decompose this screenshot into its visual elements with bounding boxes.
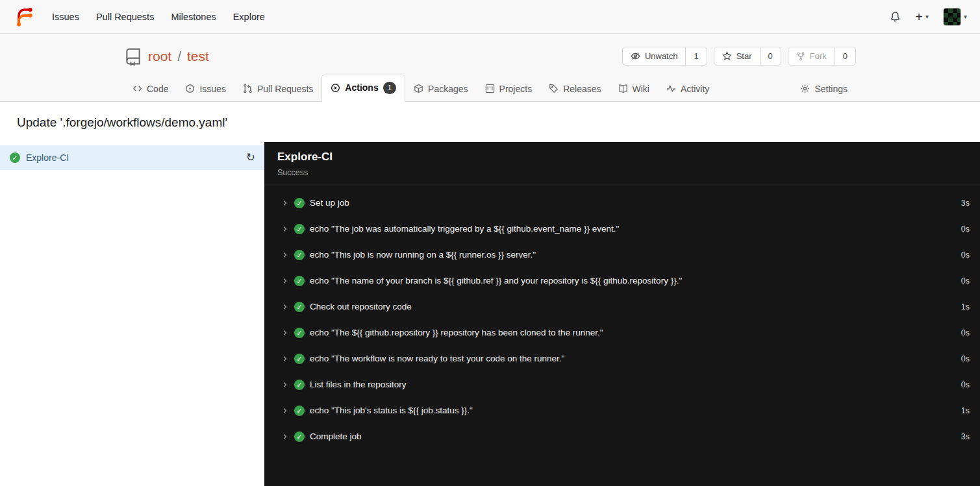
user-menu-button[interactable]: ▾ bbox=[943, 8, 967, 26]
repo-owner-link[interactable]: root bbox=[148, 49, 171, 64]
success-check-icon: ✓ bbox=[294, 431, 305, 442]
job-log-panel: Explore-CI Success ✓ Set up job 3s ✓ ech… bbox=[264, 142, 980, 486]
play-circle-icon bbox=[331, 83, 340, 93]
repo-name-link[interactable]: test bbox=[187, 49, 209, 64]
create-menu-button[interactable]: + ▾ bbox=[915, 10, 929, 23]
steps-list: ✓ Set up job 3s ✓ echo "The job was auto… bbox=[264, 186, 980, 450]
chevron-right-icon bbox=[281, 407, 289, 415]
pull-request-icon bbox=[243, 84, 253, 93]
step-row[interactable]: ✓ Complete job 3s bbox=[264, 424, 980, 450]
actions-count-badge: 1 bbox=[383, 82, 396, 94]
code-icon bbox=[132, 84, 142, 93]
tab-activity[interactable]: Activity bbox=[658, 77, 718, 101]
success-check-icon: ✓ bbox=[294, 302, 305, 312]
repo-book-icon bbox=[124, 47, 142, 66]
tab-code[interactable]: Code bbox=[124, 77, 177, 101]
tab-wiki[interactable]: Wiki bbox=[610, 77, 658, 101]
tab-packages[interactable]: Packages bbox=[405, 77, 476, 101]
rerun-refresh-icon[interactable]: ↻ bbox=[246, 152, 255, 163]
top-navbar: Issues Pull Requests Milestones Explore … bbox=[0, 0, 980, 34]
step-row[interactable]: ✓ Check out repository code 1s bbox=[264, 294, 980, 320]
caret-down-icon: ▾ bbox=[964, 13, 967, 20]
tab-issues[interactable]: Issues bbox=[177, 77, 234, 101]
caret-down-icon: ▾ bbox=[925, 13, 929, 20]
step-duration: 1s bbox=[953, 406, 970, 415]
watch-count[interactable]: 1 bbox=[685, 47, 706, 65]
tab-label: Pull Requests bbox=[257, 84, 313, 94]
job-name: Explore-CI bbox=[277, 151, 967, 164]
step-duration: 0s bbox=[953, 225, 970, 234]
repo-action-buttons: Unwatch 1 Star 0 bbox=[622, 47, 856, 66]
step-row[interactable]: ✓ echo "The workflow is now ready to tes… bbox=[264, 346, 980, 372]
step-row[interactable]: ✓ echo "The ${{ github.repository }} rep… bbox=[264, 320, 980, 346]
chevron-right-icon bbox=[281, 199, 289, 207]
tab-label: Releases bbox=[563, 84, 601, 94]
step-row[interactable]: ✓ echo "This job's status is ${{ job.sta… bbox=[264, 398, 980, 424]
fork-button-group: Fork 0 bbox=[788, 47, 856, 66]
chevron-right-icon bbox=[281, 225, 289, 233]
fork-icon bbox=[796, 52, 805, 61]
step-duration: 0s bbox=[953, 380, 970, 389]
job-label: Explore-CI bbox=[26, 152, 69, 163]
fork-count[interactable]: 0 bbox=[835, 47, 855, 65]
run-content: ✓ Explore-CI ↻ Explore-CI Success ✓ Set … bbox=[0, 142, 980, 486]
project-board-icon bbox=[485, 84, 495, 93]
tag-icon bbox=[549, 84, 559, 93]
tab-settings[interactable]: Settings bbox=[792, 77, 856, 101]
star-icon bbox=[722, 51, 732, 61]
success-check-icon: ✓ bbox=[294, 224, 305, 234]
issue-opened-icon bbox=[185, 84, 195, 93]
chevron-right-icon bbox=[281, 303, 289, 311]
tab-label: Packages bbox=[428, 84, 468, 94]
chevron-right-icon bbox=[281, 329, 289, 337]
job-item-explore-ci[interactable]: ✓ Explore-CI ↻ bbox=[0, 145, 264, 170]
package-icon bbox=[414, 84, 423, 93]
nav-pull-requests[interactable]: Pull Requests bbox=[88, 6, 162, 27]
chevron-right-icon bbox=[281, 381, 289, 389]
step-row[interactable]: ✓ echo "The job was automatically trigge… bbox=[264, 216, 980, 242]
tab-actions[interactable]: Actions 1 bbox=[321, 75, 405, 102]
star-count[interactable]: 0 bbox=[760, 47, 781, 65]
step-row[interactable]: ✓ echo "This job is now running on a ${{… bbox=[264, 242, 980, 268]
notifications-button[interactable] bbox=[890, 11, 901, 22]
repo-header: root / test Unwatch 1 bbox=[0, 34, 980, 102]
repo-title-row: root / test Unwatch 1 bbox=[124, 44, 856, 75]
forgejo-icon bbox=[13, 6, 34, 27]
step-duration: 0s bbox=[953, 354, 970, 363]
nav-explore[interactable]: Explore bbox=[225, 6, 273, 27]
watch-button-group: Unwatch 1 bbox=[622, 47, 707, 66]
job-status: Success bbox=[277, 168, 967, 177]
step-duration: 0s bbox=[953, 250, 970, 260]
star-button[interactable]: Star bbox=[714, 47, 760, 65]
nav-milestones[interactable]: Milestones bbox=[162, 6, 224, 27]
unwatch-button[interactable]: Unwatch bbox=[623, 47, 686, 65]
bell-icon bbox=[890, 11, 901, 22]
step-row[interactable]: ✓ List files in the repository 0s bbox=[264, 372, 980, 398]
fork-button[interactable]: Fork bbox=[788, 47, 835, 65]
success-check-icon: ✓ bbox=[294, 328, 305, 338]
success-check-icon: ✓ bbox=[294, 354, 305, 364]
step-name: Check out repository code bbox=[310, 302, 412, 311]
step-name: List files in the repository bbox=[310, 380, 407, 389]
tab-pull-requests[interactable]: Pull Requests bbox=[234, 77, 321, 101]
nav-issues[interactable]: Issues bbox=[44, 6, 88, 27]
forgejo-logo[interactable] bbox=[13, 6, 34, 27]
tab-label: Wiki bbox=[633, 84, 649, 94]
step-name: echo "The job was automatically triggere… bbox=[310, 224, 619, 234]
chevron-right-icon bbox=[281, 355, 289, 363]
success-check-icon: ✓ bbox=[294, 198, 305, 208]
run-title: Update '.forgejo/workflows/demo.yaml' bbox=[0, 102, 980, 142]
success-check-icon: ✓ bbox=[294, 380, 305, 390]
tab-label: Projects bbox=[499, 84, 533, 94]
step-row[interactable]: ✓ echo "The name of your branch is ${{ g… bbox=[264, 268, 980, 294]
success-check-icon: ✓ bbox=[294, 406, 305, 416]
main-content: Update '.forgejo/workflows/demo.yaml' ✓ … bbox=[0, 102, 980, 486]
step-duration: 3s bbox=[953, 432, 970, 441]
step-duration: 1s bbox=[953, 302, 970, 311]
success-check-icon: ✓ bbox=[10, 152, 20, 163]
tab-projects[interactable]: Projects bbox=[477, 77, 541, 101]
tab-label: Activity bbox=[681, 84, 709, 94]
tab-releases[interactable]: Releases bbox=[540, 77, 609, 101]
step-row[interactable]: ✓ Set up job 3s bbox=[264, 190, 980, 216]
tab-label: Settings bbox=[814, 84, 848, 94]
